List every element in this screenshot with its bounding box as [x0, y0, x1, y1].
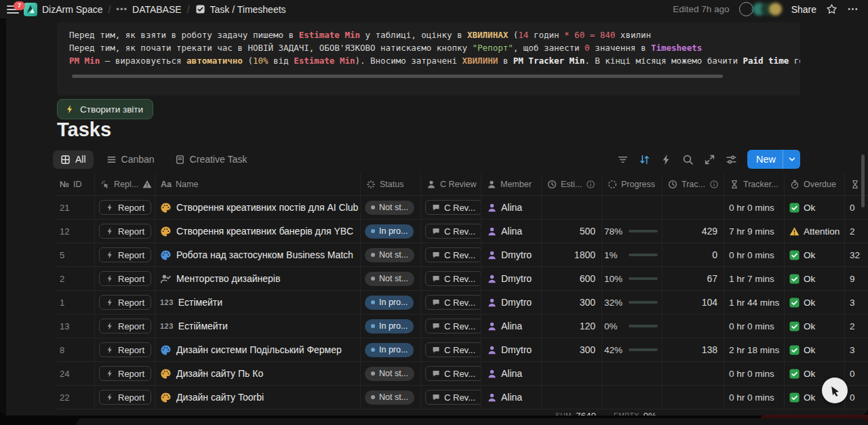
- progress-cell[interactable]: [602, 196, 663, 219]
- status-cell[interactable]: Not st...: [361, 196, 421, 219]
- view-tab-canban[interactable]: Canban: [99, 150, 162, 169]
- tracked-min-cell[interactable]: 67: [663, 267, 724, 290]
- report-cell[interactable]: Report: [95, 338, 155, 361]
- automation-lightning-icon[interactable]: [660, 154, 672, 165]
- filter-icon[interactable]: [617, 154, 629, 165]
- task-name-cell[interactable]: Створення креативних постів для AI Club: [155, 196, 361, 219]
- table-row[interactable]: 13 Report 123 Естіймейти In pro... C Rev…: [57, 315, 868, 338]
- vertical-scrollbar[interactable]: [861, 155, 865, 207]
- tracker-time-cell[interactable]: 2 hr 18 mins: [724, 338, 785, 361]
- status-cell[interactable]: In pro...: [361, 338, 421, 361]
- tracker-time-cell[interactable]: 7 hr 9 mins: [724, 220, 785, 243]
- estimate-cell[interactable]: 1800: [542, 243, 602, 266]
- table-row[interactable]: 22 Report Дизайн сайту Toorbi Not st... …: [57, 386, 868, 409]
- c-review-cell[interactable]: C Rev...: [421, 267, 481, 290]
- status-cell[interactable]: Not st...: [361, 243, 421, 266]
- progress-cell[interactable]: [602, 386, 663, 409]
- status-badge[interactable]: In pro...: [365, 296, 414, 310]
- tracker-extra-cell[interactable]: 0: [845, 362, 868, 385]
- tracker-time-cell[interactable]: 1 hr 44 mins: [724, 291, 785, 314]
- report-cell[interactable]: Report: [95, 291, 155, 314]
- c-review-button[interactable]: C Rev...: [425, 271, 481, 286]
- tracker-time-cell[interactable]: 1 hr 7 mins: [724, 267, 785, 290]
- estimate-cell[interactable]: 500: [542, 220, 602, 243]
- task-name[interactable]: Дизайн сайту Toorbi: [176, 392, 264, 403]
- view-tab-creative-task[interactable]: Creative Task: [167, 150, 255, 169]
- progress-cell[interactable]: 0%: [602, 315, 663, 338]
- task-id-cell[interactable]: 12: [57, 220, 95, 243]
- tracked-min-cell[interactable]: 138: [663, 338, 724, 361]
- tracker-time-cell[interactable]: 0 hr 0 mins: [724, 386, 785, 409]
- share-button[interactable]: Share: [791, 4, 816, 15]
- task-name-cell[interactable]: 123 Естімейти: [155, 291, 361, 314]
- breadcrumb-database[interactable]: DATABASE: [132, 4, 182, 15]
- status-cell[interactable]: In pro...: [361, 315, 421, 338]
- task-id-cell[interactable]: 2: [57, 267, 95, 290]
- code-horizontal-scrollbar[interactable]: [72, 75, 723, 78]
- task-name-cell[interactable]: 123 Естіймейти: [155, 315, 361, 338]
- table-row[interactable]: 2 Report Менторство дизайнерів Not st...…: [57, 267, 868, 291]
- report-button[interactable]: Report: [99, 200, 151, 215]
- task-name-cell[interactable]: Дизайн сайту Пь Ко: [155, 362, 361, 385]
- member-cell[interactable]: Dmytro: [481, 291, 542, 314]
- c-review-button[interactable]: C Rev...: [425, 342, 481, 357]
- column-header-tracked[interactable]: Trac...: [663, 174, 724, 195]
- task-id-cell[interactable]: 13: [57, 315, 95, 338]
- report-button[interactable]: Report: [99, 295, 151, 310]
- tracker-extra-cell[interactable]: 3: [845, 338, 868, 361]
- table-row[interactable]: 8 Report Дизайн системи Подільський Ферм…: [57, 338, 868, 362]
- member-cell[interactable]: Alina: [481, 315, 542, 338]
- task-id-cell[interactable]: 1: [57, 291, 95, 314]
- c-review-button[interactable]: C Rev...: [425, 390, 481, 405]
- c-review-cell[interactable]: C Rev...: [421, 386, 481, 409]
- progress-cell[interactable]: 42%: [602, 338, 663, 361]
- overdue-cell[interactable]: Ok: [785, 196, 845, 219]
- view-tab-all[interactable]: All: [53, 150, 94, 169]
- c-review-cell[interactable]: C Rev...: [421, 338, 481, 361]
- status-badge[interactable]: Not st...: [365, 367, 414, 381]
- column-header-tracker[interactable]: Tracker...: [724, 174, 785, 195]
- breadcrumb-workspace[interactable]: DizArm Space: [42, 4, 102, 15]
- report-button[interactable]: Report: [99, 366, 151, 381]
- sum-footer[interactable]: SUM 7640: [542, 411, 602, 416]
- c-review-button[interactable]: C Rev...: [425, 200, 481, 215]
- status-badge[interactable]: In pro...: [365, 319, 414, 333]
- tracked-min-cell[interactable]: [663, 362, 724, 385]
- breadcrumb-page[interactable]: Task / Timesheets: [210, 4, 286, 15]
- search-icon[interactable]: [682, 154, 694, 165]
- member-cell[interactable]: Dmytro: [481, 338, 542, 361]
- report-cell[interactable]: Report: [95, 386, 155, 409]
- status-cell[interactable]: In pro...: [361, 291, 421, 314]
- chevron-down-icon[interactable]: [783, 155, 800, 164]
- tracker-extra-cell[interactable]: 2: [845, 220, 868, 243]
- workspace-logo-icon[interactable]: [24, 3, 37, 16]
- tracker-extra-cell[interactable]: 2: [845, 315, 868, 338]
- settings-sliders-icon[interactable]: [726, 154, 737, 165]
- c-review-cell[interactable]: C Rev...: [421, 315, 481, 338]
- column-header-id[interactable]: №ID: [57, 174, 95, 195]
- task-id-cell[interactable]: 21: [57, 196, 95, 219]
- member-cell[interactable]: Dmytro: [481, 243, 542, 266]
- estimate-cell[interactable]: [542, 196, 602, 219]
- progress-cell[interactable]: 1%: [602, 243, 663, 266]
- task-name[interactable]: Естіймейти: [178, 321, 228, 331]
- status-badge[interactable]: Not st...: [365, 272, 414, 286]
- task-name-cell[interactable]: Дизайн системи Подільський Фермер: [155, 338, 361, 361]
- sort-icon[interactable]: [639, 154, 650, 165]
- status-badge[interactable]: Not st...: [365, 248, 414, 262]
- progress-cell[interactable]: 10%: [602, 267, 663, 290]
- status-cell[interactable]: Not st...: [361, 267, 421, 290]
- estimate-cell[interactable]: [542, 362, 602, 385]
- column-header-name[interactable]: AaName: [155, 174, 361, 195]
- progress-cell[interactable]: [602, 362, 663, 385]
- tracker-extra-cell[interactable]: 32: [845, 243, 868, 266]
- status-badge[interactable]: Not st...: [365, 201, 414, 215]
- overdue-cell[interactable]: Ok: [785, 315, 845, 338]
- status-badge[interactable]: In pro...: [365, 224, 414, 239]
- estimate-cell[interactable]: [542, 386, 602, 409]
- task-name[interactable]: Створення креативних банерів для YBC: [176, 226, 353, 237]
- progress-cell[interactable]: 32%: [602, 291, 663, 314]
- favorite-star-icon[interactable]: [826, 3, 837, 15]
- task-name-cell[interactable]: Створення креативних банерів для YBC: [155, 220, 361, 243]
- report-button[interactable]: Report: [99, 271, 151, 286]
